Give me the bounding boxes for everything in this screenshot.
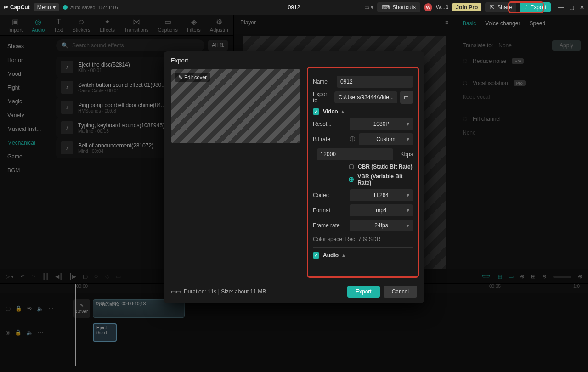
search-input[interactable]: 🔍Search sound effects	[56, 39, 204, 51]
tool5-icon[interactable]: ⟳	[94, 273, 99, 280]
track-mute2-icon[interactable]: 🔈	[26, 329, 33, 336]
export-confirm-button[interactable]: Export	[347, 286, 380, 298]
cat-musical[interactable]: Musical Inst...	[0, 122, 51, 136]
tab-adjust[interactable]: ⚙Adjustm	[205, 15, 233, 35]
tab-import[interactable]: ▣Import	[4, 15, 27, 35]
preview-icon[interactable]: ▭	[509, 273, 514, 280]
resolution-select[interactable]: 1080P	[350, 118, 413, 130]
cat-fight[interactable]: Fight	[0, 81, 51, 95]
track-audio-icon[interactable]: ◎	[6, 329, 10, 336]
codec-select[interactable]: H.264	[350, 189, 413, 201]
track-more2-icon[interactable]: ⋯	[38, 329, 43, 336]
cat-mood[interactable]: Mood	[0, 67, 51, 81]
rtab-voice[interactable]: Voice changer	[485, 20, 520, 27]
fill-channel-value[interactable]: None	[463, 130, 476, 136]
cat-mechanical[interactable]: Mechanical	[0, 136, 51, 150]
cat-magic[interactable]: Magic	[0, 95, 51, 108]
zoom-slider[interactable]	[553, 276, 571, 278]
tab-filters[interactable]: ◈Filters	[182, 15, 205, 35]
tab-audio[interactable]: ◎Audio	[27, 15, 49, 35]
cbr-radio[interactable]	[349, 164, 354, 169]
tool7-icon[interactable]: ▭	[116, 273, 121, 280]
translate-value[interactable]: None	[498, 42, 512, 49]
fps-select[interactable]: 24fps	[350, 220, 413, 231]
all-filter-button[interactable]: All ⇅	[208, 40, 228, 51]
folder-icon[interactable]: 🗀	[400, 91, 413, 104]
cat-bgm[interactable]: BGM	[0, 163, 51, 177]
video-checkbox[interactable]: ✓	[313, 108, 319, 115]
tab-stickers[interactable]: ☺Stickers	[68, 15, 95, 35]
audio-clip[interactable]: Eject the d	[93, 323, 117, 342]
split-icon[interactable]: ┃┃	[42, 273, 49, 280]
audio-checkbox[interactable]: ✓	[313, 252, 319, 259]
link-icon[interactable]: ▦	[497, 273, 502, 280]
delete-icon[interactable]: ▢	[83, 273, 88, 280]
trim-right-icon[interactable]: ┃▶	[69, 273, 76, 280]
share-button[interactable]: ⇱ Share	[485, 2, 516, 12]
collapse-video-icon[interactable]: ▴	[341, 108, 344, 115]
cat-variety[interactable]: Variety	[0, 108, 51, 122]
export-button[interactable]: ⤴ Export	[520, 2, 551, 12]
zoom-out-icon[interactable]: ⊖	[542, 273, 547, 280]
trim-left-icon[interactable]: ◀┃	[55, 273, 62, 280]
tab-effects[interactable]: ✦Effects	[95, 15, 119, 35]
project-name[interactable]: 0912	[288, 4, 300, 11]
rtab-speed[interactable]: Speed	[529, 20, 545, 27]
info-icon[interactable]: ⓘ	[350, 135, 355, 143]
track-mute-icon[interactable]: 🔈	[37, 305, 44, 312]
bitrate-input[interactable]	[317, 148, 393, 160]
reduce-noise-toggle[interactable]	[463, 59, 467, 63]
cancel-button[interactable]: Cancel	[384, 286, 417, 298]
track-more-icon[interactable]: ⋯	[48, 305, 54, 312]
track-visible-icon[interactable]: 👁	[27, 305, 32, 312]
track-lock-icon[interactable]: 🔒	[15, 305, 22, 312]
edit-icon: ✎	[80, 303, 84, 308]
close-icon[interactable]: ✕	[580, 4, 584, 11]
redo-icon[interactable]: ↷	[31, 273, 36, 280]
exportto-path[interactable]: C:/Users/93444/Vide...	[334, 91, 397, 103]
app-logo: ✂ CapCut	[4, 4, 30, 11]
track-lock2-icon[interactable]: 🔒	[15, 329, 22, 336]
video-header: Video	[323, 108, 338, 115]
edit-cover-button[interactable]: ✎ Edit cover	[175, 73, 210, 82]
player-menu-icon[interactable]: ≡	[445, 19, 448, 26]
maximize-icon[interactable]: ▢	[569, 4, 574, 11]
tab-captions[interactable]: ▭Captions	[153, 15, 182, 35]
playhead[interactable]	[75, 284, 76, 366]
aspect-icon[interactable]: ▭ ▾	[364, 4, 373, 11]
tool6-icon[interactable]: ◇	[105, 273, 109, 280]
export-cover-preview[interactable]: ✎ Edit cover	[171, 69, 300, 143]
cat-game[interactable]: Game	[0, 150, 51, 163]
track-video-icon[interactable]: ▢	[6, 305, 11, 312]
user-avatar[interactable]: W	[424, 3, 432, 11]
magnet-icon[interactable]: ⊆⊇	[481, 273, 491, 280]
cat-shows[interactable]: Shows	[0, 39, 51, 53]
name-input[interactable]	[337, 76, 413, 88]
music-note-icon: ♪	[61, 61, 74, 73]
music-note-icon: ♪	[61, 101, 74, 114]
tab-text[interactable]: TText	[49, 15, 68, 35]
bitrate-select[interactable]: Custom	[359, 133, 413, 145]
rtab-basic[interactable]: Basic	[463, 20, 476, 27]
undo-icon[interactable]: ↶	[20, 273, 25, 280]
tlr5-icon[interactable]: ⊞	[531, 273, 536, 280]
kbps-label: Kbps	[397, 151, 413, 158]
collapse-audio-icon[interactable]: ▴	[342, 252, 345, 259]
pro-badge2: Pro	[514, 80, 526, 86]
pointer-tool-icon[interactable]: ▷ ▾	[6, 273, 14, 280]
apply-button[interactable]: Apply	[552, 40, 581, 51]
user-name[interactable]: W...0	[436, 4, 448, 11]
cat-horror[interactable]: Horror	[0, 53, 51, 67]
minimize-icon[interactable]: —	[558, 4, 564, 11]
vocal-isolation-toggle[interactable]	[463, 81, 467, 85]
format-select[interactable]: mp4	[350, 204, 413, 216]
tab-transitions[interactable]: ⋈Transitions	[119, 15, 153, 35]
zoom-in-icon[interactable]: ⊕	[578, 273, 582, 280]
adjust-icon: ⚙	[216, 17, 222, 26]
shortcuts-button[interactable]: ⌨ Shortcuts	[377, 2, 420, 12]
join-pro-button[interactable]: Join Pro	[452, 3, 481, 11]
vbr-radio[interactable]	[349, 177, 354, 182]
tlr4-icon[interactable]: ⊕	[520, 273, 525, 280]
menu-button[interactable]: Menu ▾	[34, 3, 59, 11]
fill-channel-toggle[interactable]	[463, 117, 467, 121]
